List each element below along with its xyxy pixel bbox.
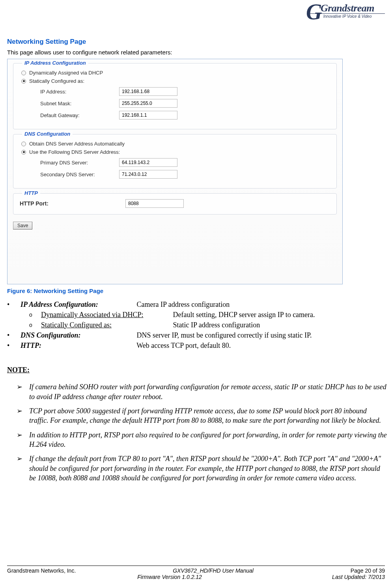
http-term: HTTP: — [21, 341, 135, 350]
page-title: Networking Setting Page — [7, 38, 387, 46]
radio-icon[interactable] — [21, 71, 26, 75]
note-2: ➢ TCP port above 5000 suggested if port … — [17, 406, 387, 426]
figure-caption: Figure 6: Networking Setting Page — [7, 287, 387, 294]
subnet-row: Subnet Mask: — [40, 99, 329, 108]
primary-dns-label: Primary DNS Server: — [40, 160, 119, 166]
subbullet-icon: o — [29, 320, 41, 330]
page-footer: Grandstream Networks, Inc. GXV3672_HD/FH… — [7, 566, 385, 580]
dns-config-title: DNS Configuration — [22, 131, 73, 137]
dhcp-term: Dynamically Associated via DHCP: — [41, 310, 171, 319]
note-2-text: TCP port above 5000 suggested if port fo… — [29, 406, 387, 426]
gateway-label: Default Gateway: — [40, 112, 119, 118]
bullet-dns-config: • DNS Configuration: DNS server IP, must… — [7, 330, 387, 340]
dns-config-desc: DNS server IP, must be configured correc… — [137, 331, 312, 339]
secondary-dns-input[interactable] — [119, 170, 177, 179]
note-1: ➢ If camera behind SOHO router with port… — [17, 382, 387, 401]
note-4-text: If change the default port from TCP 80 t… — [29, 454, 387, 483]
arrow-icon: ➢ — [17, 430, 29, 450]
logo-g-icon: G — [306, 1, 322, 23]
static-desc: Static IP address configuration — [173, 321, 260, 329]
footer-manual: GXV3672_HD/FHD User Manual — [173, 567, 254, 574]
ip-address-row: IP Address: — [40, 87, 329, 96]
footer-updated: Last Updated: 7/2013 — [332, 574, 385, 580]
dns-auto-label: Obtain DNS Server Address Automatically — [29, 141, 125, 147]
ip-config-desc: Camera IP address configuration — [137, 301, 230, 308]
ip-address-input[interactable] — [119, 87, 177, 96]
dns-config-section: DNS Configuration Obtain DNS Server Addr… — [13, 134, 337, 189]
arrow-icon: ➢ — [17, 382, 29, 401]
secondary-dns-label: Secondary DNS Server: — [40, 172, 119, 177]
dns-manual-row[interactable]: Use the Following DNS Server Address: — [21, 149, 329, 155]
note-1-text: If camera behind SOHO router with port f… — [29, 382, 387, 401]
secondary-dns-row: Secondary DNS Server: — [40, 170, 329, 179]
footer-page: Page 20 of 39 — [351, 567, 385, 574]
subbullet-icon: o — [29, 310, 41, 319]
footer-firmware: Firmware Version 1.0.2.12 — [137, 574, 202, 580]
http-section: HTTP HTTP Port: — [13, 193, 337, 215]
dhcp-desc: Default setting, DHCP server assign IP t… — [173, 311, 315, 319]
static-term: Statically Configured as: — [41, 320, 171, 330]
gateway-input[interactable] — [119, 111, 177, 119]
http-port-row: HTTP Port: — [20, 199, 330, 208]
note-heading: NOTE: — [7, 366, 387, 374]
http-port-input[interactable] — [125, 199, 184, 208]
bullet-http: • HTTP: Web access TCP port, default 80. — [7, 341, 387, 350]
static-option-label: Statically Configured as: — [29, 78, 84, 84]
gateway-row: Default Gateway: — [40, 111, 329, 119]
note-3: ➢ In addition to HTTP port, RTSP port al… — [17, 430, 387, 450]
dns-auto-row[interactable]: Obtain DNS Server Address Automatically — [21, 141, 329, 147]
http-port-label: HTTP Port: — [20, 200, 125, 207]
arrow-icon: ➢ — [17, 454, 29, 483]
dhcp-option-row[interactable]: Dynamically Assigned via DHCP — [21, 70, 329, 76]
intro-text: This page allows user to configure netwo… — [7, 49, 387, 56]
subnet-label: Subnet Mask: — [40, 101, 119, 106]
primary-dns-input[interactable] — [119, 158, 177, 167]
brand-logo: G Grandstream Innovative IP Voice & Vide… — [310, 2, 385, 19]
footer-company: Grandstream Networks, Inc. — [7, 567, 76, 574]
arrow-icon: ➢ — [17, 406, 29, 426]
note-4: ➢ If change the default port from TCP 80… — [17, 454, 387, 483]
dns-config-term: DNS Configuration: — [21, 330, 135, 340]
dhcp-option-label: Dynamically Assigned via DHCP — [29, 70, 103, 76]
subbullet-static: o Statically Configured as: Static IP ad… — [29, 320, 387, 330]
bullet-icon: • — [7, 300, 21, 309]
bullet-icon: • — [7, 341, 21, 350]
http-desc: Web access TCP port, default 80. — [136, 342, 231, 349]
note-3-text: In addition to HTTP port, RTSP port also… — [29, 430, 387, 450]
radio-icon[interactable] — [21, 79, 26, 84]
ip-address-label: IP Address: — [40, 89, 119, 95]
ip-config-term: IP Address Configuration: — [21, 300, 135, 309]
save-button[interactable]: Save — [13, 222, 32, 230]
settings-screenshot: IP Address Configuration Dynamically Ass… — [7, 59, 343, 284]
radio-icon[interactable] — [21, 150, 26, 155]
bullet-icon: • — [7, 330, 21, 340]
primary-dns-row: Primary DNS Server: — [40, 158, 329, 167]
subbullet-dhcp: o Dynamically Associated via DHCP: Defau… — [29, 310, 387, 319]
radio-icon[interactable] — [21, 142, 26, 146]
subnet-input[interactable] — [119, 99, 177, 108]
description-list: • IP Address Configuration: Camera IP ad… — [7, 300, 387, 350]
ip-config-section: IP Address Configuration Dynamically Ass… — [13, 63, 337, 129]
bullet-ip-config: • IP Address Configuration: Camera IP ad… — [7, 300, 387, 309]
dns-manual-label: Use the Following DNS Server Address: — [29, 149, 120, 155]
static-option-row[interactable]: Statically Configured as: — [21, 78, 329, 84]
http-section-title: HTTP — [22, 190, 40, 196]
ip-config-title: IP Address Configuration — [22, 60, 88, 66]
